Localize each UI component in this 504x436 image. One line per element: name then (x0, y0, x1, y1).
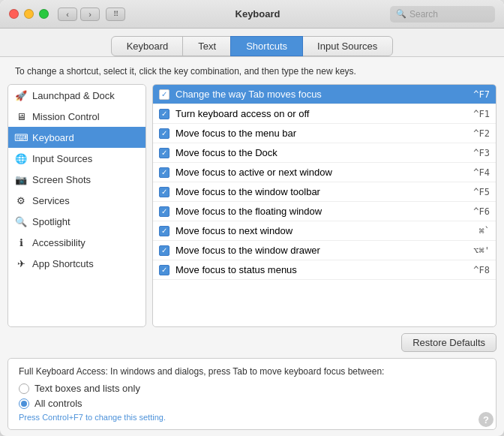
search-icon: 🔍 (396, 9, 406, 19)
shortcut-checkbox-3[interactable]: ✓ (159, 148, 170, 158)
shortcut-label-9: Move focus to status menus (176, 264, 467, 275)
sidebar-item-label-app-shortcuts: App Shortcuts (32, 258, 94, 269)
grid-button[interactable]: ⠿ (106, 8, 125, 21)
shortcut-item-9[interactable]: ✓Move focus to status menus^F8 (153, 260, 496, 280)
services-icon: ⚙ (14, 194, 28, 207)
instruction-text: To change a shortcut, select it, click t… (0, 57, 504, 84)
tab-keyboard[interactable]: Keyboard (111, 36, 184, 56)
app-shortcuts-icon: ✈ (14, 257, 28, 270)
shortcut-item-8[interactable]: ✓Move focus to the window drawer⌥⌘' (153, 241, 496, 260)
sidebar-item-mission-control[interactable]: 🖥Mission Control (8, 106, 146, 127)
shortcut-key-0: ^F7 (473, 89, 490, 100)
input-sources-icon: 🌐 (14, 152, 28, 165)
restore-btn-row: Restore Defaults (8, 333, 496, 352)
tab-shortcuts[interactable]: Shortcuts (230, 36, 303, 56)
restore-defaults-button[interactable]: Restore Defaults (401, 333, 496, 352)
launchpad-icon: 🚀 (14, 89, 28, 102)
tab-input-sources[interactable]: Input Sources (302, 36, 393, 56)
shortcut-item-2[interactable]: ✓Move focus to the menu bar^F2 (153, 124, 496, 143)
help-button[interactable]: ? (478, 412, 494, 427)
sidebar-item-screenshots[interactable]: 📷Screen Shots (8, 169, 146, 190)
spotlight-icon: 🔍 (14, 215, 28, 228)
radio-text-boxes-label: Text boxes and lists only (34, 383, 140, 394)
keyboard-access-box: Full Keyboard Access: In windows and dia… (8, 358, 496, 430)
sidebar-item-input-sources[interactable]: 🌐Input Sources (8, 148, 146, 169)
close-button[interactable] (9, 9, 19, 19)
shortcut-label-7: Move focus to next window (176, 225, 473, 236)
bottom-section: Restore Defaults Full Keyboard Access: I… (0, 327, 504, 436)
search-box[interactable]: 🔍 Search (390, 6, 495, 23)
shortcut-label-2: Move focus to the menu bar (176, 128, 467, 139)
hint-text: Press Control+F7 to change this setting. (19, 413, 485, 422)
accessibility-icon: ℹ (14, 236, 28, 249)
minimize-button[interactable] (24, 9, 34, 19)
shortcut-checkbox-4[interactable]: ✓ (159, 167, 170, 178)
shortcut-label-6: Move focus to the floating window (176, 206, 467, 217)
shortcut-key-6: ^F6 (473, 206, 490, 217)
shortcut-item-0[interactable]: ✓Change the way Tab moves focus^F7 (153, 85, 496, 104)
shortcut-key-3: ^F3 (473, 148, 490, 158)
sidebar-item-keyboard[interactable]: ⌨Keyboard (8, 127, 146, 148)
shortcut-label-1: Turn keyboard access on or off (176, 108, 467, 119)
traffic-lights (9, 9, 49, 19)
sidebar-item-label-spotlight: Spotlight (32, 216, 70, 227)
shortcut-key-7: ⌘` (479, 226, 490, 236)
radio-all-controls-row: All controls (19, 398, 485, 409)
sidebar-item-label-mission-control: Mission Control (32, 111, 100, 122)
shortcut-checkbox-8[interactable]: ✓ (159, 245, 170, 256)
main-content: To change a shortcut, select it, click t… (0, 57, 504, 436)
keyboard-preferences-window: ‹ › ⠿ Keyboard 🔍 Search Keyboard Text Sh… (0, 0, 504, 436)
shortcut-checkbox-9[interactable]: ✓ (159, 265, 170, 275)
screenshots-icon: 📷 (14, 173, 28, 186)
nav-back-button[interactable]: ‹ (58, 8, 77, 21)
shortcut-item-5[interactable]: ✓Move focus to the window toolbar^F5 (153, 182, 496, 202)
titlebar: ‹ › ⠿ Keyboard 🔍 Search (0, 0, 504, 29)
sidebar-item-launchpad[interactable]: 🚀Launchpad & Dock (8, 85, 146, 106)
radio-all-controls-button[interactable] (19, 398, 29, 409)
tab-text[interactable]: Text (182, 36, 232, 56)
shortcut-key-1: ^F1 (473, 109, 490, 119)
shortcut-checkbox-1[interactable]: ✓ (159, 109, 170, 119)
shortcut-key-4: ^F4 (473, 167, 490, 178)
shortcut-checkbox-2[interactable]: ✓ (159, 128, 170, 139)
shortcut-label-0: Change the way Tab moves focus (176, 89, 467, 100)
sidebar-item-label-services: Services (32, 195, 70, 206)
shortcut-list: ✓Change the way Tab moves focus^F7✓Turn … (152, 84, 496, 327)
shortcut-checkbox-6[interactable]: ✓ (159, 206, 170, 217)
nav-forward-button[interactable]: › (80, 8, 100, 21)
window-inner: Keyboard Text Shortcuts Input Sources To… (0, 29, 504, 436)
radio-text-boxes-button[interactable] (19, 383, 29, 394)
radio-text-boxes-row: Text boxes and lists only (19, 383, 485, 394)
radio-all-controls-label: All controls (34, 398, 82, 409)
shortcut-key-8: ⌥⌘' (473, 245, 490, 256)
shortcut-label-4: Move focus to active or next window (176, 167, 467, 178)
shortcut-item-6[interactable]: ✓Move focus to the floating window^F6 (153, 202, 496, 221)
shortcut-label-3: Move focus to the Dock (176, 147, 467, 158)
shortcut-checkbox-0[interactable]: ✓ (159, 89, 170, 100)
sidebar: 🚀Launchpad & Dock🖥Mission Control⌨Keyboa… (8, 84, 146, 327)
sidebar-item-app-shortcuts[interactable]: ✈App Shortcuts (8, 253, 146, 274)
window-title: Keyboard (125, 8, 390, 20)
shortcut-item-3[interactable]: ✓Move focus to the Dock^F3 (153, 143, 496, 163)
nav-buttons: ‹ › (58, 8, 100, 21)
sidebar-item-spotlight[interactable]: 🔍Spotlight (8, 211, 146, 232)
keyboard-access-title: Full Keyboard Access: In windows and dia… (19, 366, 485, 377)
sidebar-item-label-input-sources: Input Sources (32, 153, 92, 164)
maximize-button[interactable] (39, 9, 49, 19)
mission-control-icon: 🖥 (14, 110, 28, 123)
sidebar-item-accessibility[interactable]: ℹAccessibility (8, 232, 146, 253)
shortcut-checkbox-5[interactable]: ✓ (159, 187, 170, 197)
shortcut-key-5: ^F5 (473, 187, 490, 197)
tabs-bar: Keyboard Text Shortcuts Input Sources (0, 29, 504, 57)
sidebar-item-services[interactable]: ⚙Services (8, 190, 146, 211)
shortcut-item-4[interactable]: ✓Move focus to active or next window^F4 (153, 163, 496, 182)
shortcut-checkbox-7[interactable]: ✓ (159, 226, 170, 236)
shortcut-label-5: Move focus to the window toolbar (176, 186, 467, 197)
sidebar-item-label-screenshots: Screen Shots (32, 174, 91, 185)
shortcut-item-1[interactable]: ✓Turn keyboard access on or off^F1 (153, 104, 496, 124)
keyboard-icon: ⌨ (14, 131, 28, 144)
shortcut-item-7[interactable]: ✓Move focus to next window⌘` (153, 221, 496, 241)
sidebar-item-label-accessibility: Accessibility (32, 237, 86, 248)
shortcut-key-2: ^F2 (473, 128, 490, 139)
sidebar-item-label-launchpad: Launchpad & Dock (32, 90, 115, 101)
